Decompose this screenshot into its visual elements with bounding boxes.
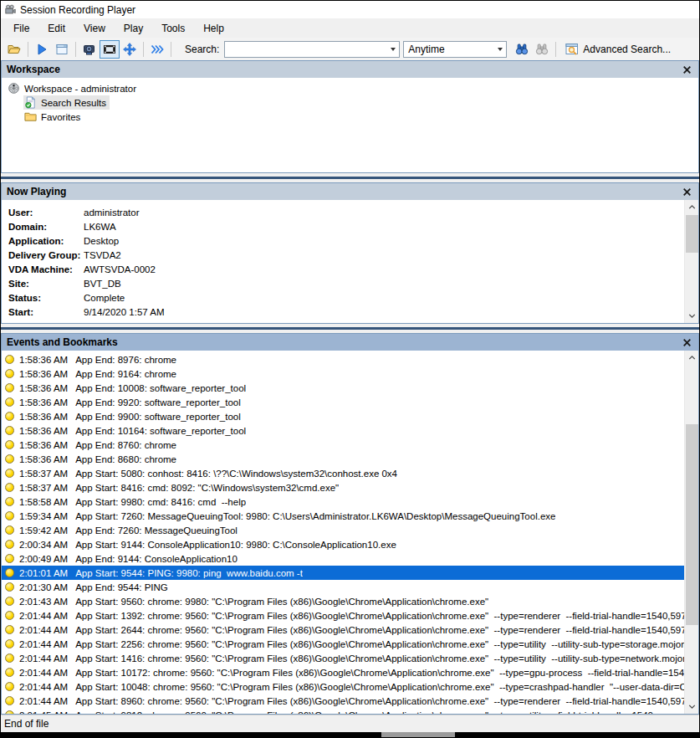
- event-row[interactable]: 1:58:36 AMApp End: 8760: chrome: [2, 438, 684, 452]
- event-time: 2:01:44 AM: [19, 611, 68, 621]
- tree-item-favorites[interactable]: Favorites: [2, 110, 698, 124]
- event-bookmark-icon: [5, 483, 14, 492]
- menu-play[interactable]: Play: [115, 20, 152, 37]
- event-row[interactable]: 2:01:44 AMApp Start: 10048: chrome: 9560…: [2, 679, 684, 694]
- event-text: App End: 9164: chrome: [75, 369, 176, 379]
- now-playing-field-delivery-group: Delivery Group:TSVDA2: [8, 248, 698, 262]
- film-strip-view-button[interactable]: [100, 40, 120, 59]
- event-text: App End: 10008: software_reporter_tool: [75, 383, 246, 393]
- fast-forward-button[interactable]: [147, 40, 167, 59]
- chevron-down-icon: [498, 48, 503, 51]
- scrollbar-thumb[interactable]: [686, 424, 698, 625]
- now-playing-scrollbar[interactable]: [684, 200, 698, 323]
- now-playing-field-status: Status:Complete: [8, 290, 698, 305]
- now-playing-field-application: Application:Desktop: [8, 233, 698, 248]
- event-time: 2:00:49 AM: [19, 554, 68, 564]
- scrollbar-thumb[interactable]: [686, 215, 698, 253]
- event-text: App End: 8976: chrome: [75, 355, 176, 365]
- event-bookmark-icon: [5, 597, 14, 606]
- event-row[interactable]: 1:58:36 AMApp End: 10164: software_repor…: [2, 423, 684, 438]
- menu-view[interactable]: View: [74, 20, 115, 37]
- event-row[interactable]: 2:01:45 AMApp Start: 9812: chrome: 9560:…: [2, 708, 684, 714]
- play-icon: [35, 43, 49, 56]
- event-row[interactable]: 1:58:36 AMApp End: 8976: chrome: [2, 352, 684, 366]
- event-text: App Start: 7260: MessageQueuingTool: 998…: [75, 511, 555, 521]
- toolbar-separator: [143, 42, 144, 57]
- event-text: App End: 7260: MessageQueuingTool: [75, 525, 238, 536]
- event-row[interactable]: 1:58:36 AMApp End: 9164: chrome: [2, 366, 684, 381]
- event-row[interactable]: 1:58:36 AMApp End: 10008: software_repor…: [2, 381, 684, 395]
- menu-help[interactable]: Help: [194, 20, 233, 37]
- event-text: App Start: 2644: chrome: 9560: "C:\Progr…: [75, 625, 684, 635]
- toolbar-separator: [75, 42, 76, 57]
- scroll-down-button[interactable]: [685, 310, 698, 322]
- now-playing-field-start: Start:9/14/2020 1:57 AM: [8, 305, 698, 319]
- now-playing-panel: Now Playing User:administratorDomain:LK6…: [1, 182, 699, 324]
- scroll-up-button[interactable]: [685, 351, 698, 364]
- event-row[interactable]: 1:59:42 AMApp End: 7260: MessageQueuingT…: [2, 523, 684, 537]
- search-dropdown-arrow[interactable]: [386, 42, 399, 57]
- tree-item-workspace-administrator[interactable]: Workspace - administrator: [2, 81, 698, 95]
- event-row[interactable]: 1:58:36 AMApp End: 8680: chrome: [2, 452, 684, 466]
- event-row[interactable]: 2:00:34 AMApp Start: 9144: ConsoleApplic…: [2, 537, 684, 551]
- find-next-button[interactable]: [512, 40, 532, 59]
- event-row[interactable]: 2:01:44 AMApp Start: 2256: chrome: 9560:…: [2, 637, 684, 651]
- events-body: 1:58:36 AMApp End: 8976: chrome1:58:36 A…: [2, 351, 698, 714]
- events-scrollbar[interactable]: [684, 351, 698, 714]
- window-view-button[interactable]: [52, 40, 72, 59]
- event-row[interactable]: 2:01:43 AMApp Start: 9560: chrome: 9980:…: [2, 594, 684, 608]
- open-icon: [8, 43, 21, 56]
- event-text: App Start: 9144: ConsoleApplication10: 9…: [75, 540, 396, 550]
- chevron-down-scroll-icon: [687, 701, 697, 712]
- chevron-down-icon: [391, 48, 396, 51]
- splitter[interactable]: [1, 173, 699, 182]
- event-row-selected[interactable]: 2:01:01 AMApp Start: 9544: PING: 9980: p…: [2, 566, 684, 580]
- event-bookmark-icon: [5, 426, 14, 435]
- find-previous-button[interactable]: [532, 40, 552, 59]
- field-label: Application:: [8, 236, 84, 246]
- event-time: 2:01:44 AM: [19, 639, 68, 649]
- projector-view-button[interactable]: [79, 40, 100, 59]
- event-row[interactable]: 2:01:44 AMApp Start: 8960: chrome: 9560:…: [2, 694, 684, 708]
- advanced-search-button[interactable]: Advanced Search...: [559, 40, 677, 59]
- toolbar-separator: [171, 42, 171, 57]
- tree-item-search-results[interactable]: Search Results: [2, 95, 698, 110]
- workspace-close-button[interactable]: [681, 64, 693, 76]
- event-row[interactable]: 2:00:49 AMApp End: 9144: ConsoleApplicat…: [2, 551, 684, 566]
- pan-button[interactable]: [120, 40, 140, 59]
- event-time: 2:01:44 AM: [19, 625, 68, 635]
- open-button[interactable]: [4, 40, 24, 59]
- event-row[interactable]: 1:58:36 AMApp End: 9900: software_report…: [2, 409, 684, 423]
- field-value: TSVDA2: [84, 250, 121, 260]
- event-row[interactable]: 1:58:36 AMApp End: 9920: software_report…: [2, 395, 684, 409]
- play-button[interactable]: [32, 40, 52, 59]
- film-strip-icon: [103, 43, 116, 56]
- event-time: 2:01:45 AM: [19, 710, 68, 715]
- search-input[interactable]: [224, 41, 400, 58]
- menu-edit[interactable]: Edit: [38, 20, 74, 37]
- event-row[interactable]: 1:58:37 AMApp Start: 8416: cmd: 8092: "C…: [2, 480, 684, 495]
- event-bookmark-icon: [5, 540, 14, 549]
- event-row[interactable]: 2:01:30 AMApp End: 9544: PING: [2, 580, 684, 594]
- events-close-button[interactable]: [681, 336, 693, 349]
- find-next-icon: [515, 43, 529, 56]
- menu-tools[interactable]: Tools: [152, 20, 194, 37]
- now-playing-close-button[interactable]: [681, 186, 693, 198]
- splitter[interactable]: [1, 324, 699, 333]
- event-row[interactable]: 1:59:34 AMApp Start: 7260: MessageQueuin…: [2, 509, 684, 523]
- event-row[interactable]: 1:58:37 AMApp Start: 5080: conhost: 8416…: [2, 466, 684, 480]
- event-row[interactable]: 2:01:44 AMApp Start: 1392: chrome: 9560:…: [2, 608, 684, 623]
- scroll-down-button[interactable]: [685, 700, 698, 713]
- menu-file[interactable]: File: [4, 20, 38, 37]
- time-filter-dropdown-arrow[interactable]: [493, 42, 506, 57]
- event-text: App End: 8760: chrome: [75, 440, 176, 450]
- event-text: App Start: 8960: chrome: 9560: "C:\Progr…: [75, 696, 684, 706]
- bottom-strip-notch: [381, 732, 455, 737]
- time-filter-dropdown[interactable]: Anytime: [403, 41, 507, 58]
- scroll-up-button[interactable]: [685, 201, 698, 213]
- event-row[interactable]: 2:01:44 AMApp Start: 1416: chrome: 9560:…: [2, 651, 684, 665]
- event-row[interactable]: 2:01:44 AMApp Start: 10172: chrome: 9560…: [2, 665, 684, 679]
- event-row[interactable]: 1:58:58 AMApp Start: 9980: cmd: 8416: cm…: [2, 495, 684, 509]
- event-row[interactable]: 2:01:44 AMApp Start: 2644: chrome: 9560:…: [2, 623, 684, 637]
- field-value: Desktop: [84, 236, 119, 246]
